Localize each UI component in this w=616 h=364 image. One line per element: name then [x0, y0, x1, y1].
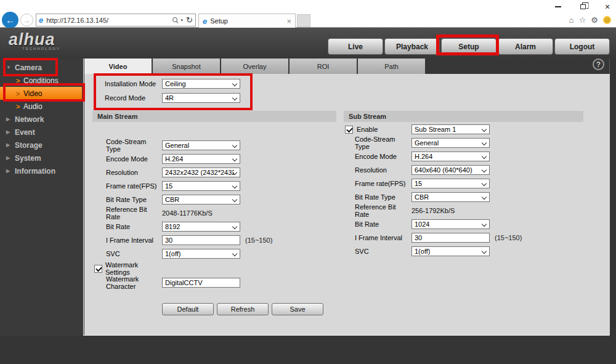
minimize-button[interactable]	[553, 2, 563, 11]
general-settings: Installation Mode Ceiling Record Mode 4R	[92, 79, 240, 107]
main-i-frame-interval-field[interactable]	[162, 235, 240, 245]
new-tab-button[interactable]	[297, 14, 310, 27]
main-bit-rate-type-value: CBR	[165, 196, 179, 203]
sub-stream-section: Sub Stream Enable Sub Stream 1 Code-Stre…	[344, 111, 583, 256]
nav-live-button[interactable]: Live	[328, 38, 383, 55]
main-stream-section: Main Stream Code-Stream Type General Enc…	[92, 111, 336, 288]
svc-label: SVC	[106, 250, 162, 257]
browser-tab-setup[interactable]: e Setup ×	[198, 14, 296, 28]
tab-snapshot[interactable]: Snapshot	[153, 59, 220, 74]
sidebar-item-network[interactable]: ▶ Network	[0, 113, 83, 126]
main-svc-select[interactable]: 1(off)	[162, 249, 240, 259]
sub-stream-select[interactable]: Sub Stream 1	[411, 124, 490, 134]
tab-video[interactable]: Video	[84, 59, 152, 74]
sidebar: ▼ Camera > Conditions > Video > Audio ▶ …	[0, 59, 83, 336]
watermark-character-field[interactable]	[162, 278, 240, 288]
sidebar-item-conditions[interactable]: > Conditions	[0, 74, 83, 87]
save-button[interactable]: Save	[272, 303, 323, 315]
tab-close-icon[interactable]: ×	[286, 17, 291, 26]
encode-mode-label: Encode Mode	[106, 155, 162, 163]
url-text[interactable]: http://172.16.13.145/	[46, 17, 169, 24]
feedback-smiley-icon[interactable]: ☺	[603, 16, 611, 24]
main-i-frame-interval-input[interactable]	[165, 237, 237, 244]
sidebar-item-storage[interactable]: ▶ Storage	[0, 139, 83, 152]
sidebar-storage-label: Storage	[15, 141, 43, 150]
forward-icon: →	[23, 16, 31, 25]
settings-gear-icon[interactable]: ⚙	[591, 16, 598, 24]
home-icon[interactable]: ⌂	[569, 16, 574, 24]
browser-chrome: × ← → e http://172.16.13.145/ ▾ ↻ e Setu…	[0, 0, 616, 28]
chevron-down-icon	[232, 156, 237, 161]
record-mode-select[interactable]: 4R	[162, 93, 240, 103]
sidebar-item-system[interactable]: ▶ System	[0, 152, 83, 164]
sub-bit-rate-type-select[interactable]: CBR	[411, 192, 490, 202]
sub-i-frame-interval-field[interactable]	[411, 233, 490, 243]
sidebar-item-camera[interactable]: ▼ Camera	[0, 61, 83, 74]
nav-alarm-button[interactable]: Alarm	[498, 38, 553, 55]
sub-frame-rate-select[interactable]: 15	[411, 179, 490, 188]
sidebar-system-label: System	[15, 154, 41, 163]
refresh-button[interactable]: Refresh	[217, 303, 269, 315]
collapse-triangle-icon: ▶	[6, 142, 15, 148]
sub-bit-rate-value: 1024	[415, 220, 429, 228]
sidebar-item-video[interactable]: > Video	[0, 87, 82, 100]
chevron-down-icon	[232, 197, 237, 202]
sidebar-item-event[interactable]: ▶ Event	[0, 126, 83, 139]
restore-button[interactable]	[578, 2, 588, 11]
main-stream-title: Main Stream	[92, 111, 336, 122]
address-bar[interactable]: e http://172.16.13.145/ ▾ ↻	[36, 14, 196, 26]
tab-overlay[interactable]: Overlay	[221, 59, 288, 74]
installation-mode-select[interactable]: Ceiling	[162, 79, 240, 89]
main-code-stream-type-select[interactable]: General	[162, 140, 240, 150]
favorites-star-icon[interactable]: ☆	[579, 16, 586, 24]
main-encode-mode-select[interactable]: H.264	[162, 154, 240, 164]
sub-resolution-value: 640x640 (640*640)	[415, 166, 472, 174]
sub-reference-bit-rate-value: 256-1792Kb/S	[411, 207, 455, 214]
minimize-icon	[555, 6, 561, 7]
help-button[interactable]: ?	[593, 59, 604, 70]
code-stream-type-label: Code-Stream Type	[106, 138, 162, 153]
sub-encode-mode-select[interactable]: H.264	[411, 152, 490, 161]
tab-path[interactable]: Path	[358, 59, 425, 74]
sub-svc-select[interactable]: 1(off)	[411, 246, 490, 256]
main-frame-rate-select[interactable]: 15	[162, 181, 240, 191]
tab-roi[interactable]: ROI	[290, 59, 357, 74]
chevron-down-icon	[232, 143, 237, 148]
resolution-label: Resolution	[355, 166, 411, 174]
main-svc-value: 1(off)	[165, 250, 180, 257]
main-bit-rate-type-select[interactable]: CBR	[162, 195, 240, 204]
record-mode-label: Record Mode	[92, 94, 162, 102]
default-button[interactable]: Default	[162, 303, 214, 315]
forward-button[interactable]: →	[20, 14, 33, 26]
search-icon[interactable]	[172, 17, 178, 23]
sidebar-item-information[interactable]: ▶ Information	[0, 164, 83, 177]
installation-mode-value: Ceiling	[165, 80, 186, 87]
sub-resolution-select[interactable]: 640x640 (640*640)	[411, 165, 490, 175]
nav-logout-button[interactable]: Logout	[554, 38, 610, 55]
sub-enable-checkbox[interactable]	[345, 126, 353, 134]
nav-setup-button[interactable]: Setup	[441, 38, 496, 55]
back-button[interactable]: ←	[2, 12, 18, 28]
sub-bit-rate-select[interactable]: 1024	[411, 219, 490, 229]
i-frame-interval-hint: (15~150)	[245, 237, 272, 244]
refresh-icon[interactable]: ↻	[186, 16, 193, 24]
reference-bit-rate-label: Reference Bit Rate	[106, 206, 162, 220]
sidebar-event-label: Event	[15, 128, 35, 137]
sub-i-frame-interval-input[interactable]	[415, 234, 487, 241]
reference-bit-rate-label: Reference Bit Rate	[355, 203, 411, 218]
sidebar-audio-label: Audio	[23, 102, 43, 111]
watermark-character-input[interactable]	[165, 279, 237, 286]
sub-code-stream-type-select[interactable]: General	[411, 138, 490, 148]
bit-rate-label: Bit Rate	[355, 220, 411, 228]
bit-rate-label: Bit Rate	[106, 223, 162, 230]
main-resolution-select[interactable]: 2432x2432 (2432*2432)	[162, 168, 240, 177]
i-frame-interval-label: I Frame Interval	[355, 234, 411, 241]
back-icon: ←	[6, 15, 15, 25]
watermark-settings-checkbox[interactable]	[94, 265, 102, 273]
chevron-down-icon[interactable]: ▾	[181, 18, 184, 23]
main-code-stream-type-value: General	[165, 142, 189, 149]
main-bit-rate-select[interactable]: 8192	[162, 222, 240, 232]
sidebar-item-audio[interactable]: > Audio	[0, 100, 83, 113]
close-button[interactable]: ×	[602, 2, 612, 11]
nav-playback-button[interactable]: Playback	[384, 38, 440, 55]
